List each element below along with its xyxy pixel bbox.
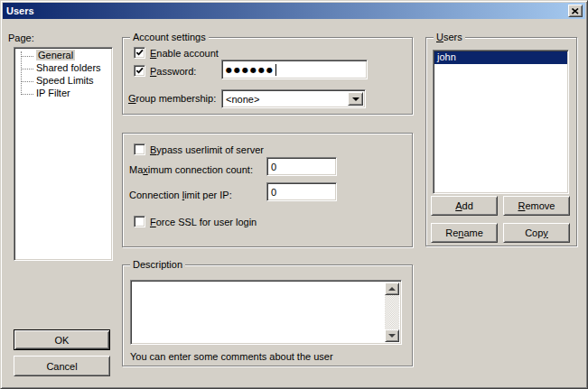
user-list-item[interactable]: john	[434, 51, 567, 64]
users-group-title: Users	[434, 32, 465, 43]
dropdown-button[interactable]	[348, 92, 363, 106]
vertical-scrollbar[interactable]	[385, 282, 399, 342]
force-ssl-checkbox[interactable]	[134, 216, 145, 227]
group-membership-label: Group membership:	[128, 93, 216, 105]
bypass-userlimit-checkbox[interactable]	[134, 144, 145, 155]
connection-limit-per-ip-input[interactable]: 0	[266, 182, 337, 201]
connection-limits-group: Bypass userlimit of server Maximum conne…	[122, 133, 413, 247]
close-icon	[572, 8, 579, 14]
password-checkbox[interactable]	[134, 65, 145, 77]
users-group: Users john Add Remove Rename Copy	[425, 37, 577, 246]
window-title: Users	[3, 5, 34, 16]
description-textarea[interactable]	[130, 280, 402, 345]
description-hint: You can enter some comments about the us…	[130, 351, 333, 363]
cancel-button[interactable]: Cancel	[14, 356, 110, 376]
account-settings-title: Account settings	[130, 32, 209, 43]
check-icon	[135, 67, 144, 75]
rename-button[interactable]: Rename	[431, 223, 498, 243]
scroll-up-button[interactable]	[385, 282, 399, 295]
titlebar[interactable]: Users	[3, 3, 585, 19]
max-connection-count-input[interactable]: 0	[266, 157, 337, 176]
group-membership-value: <none>	[226, 94, 259, 105]
sidebar-item-ip-filter[interactable]: IP Filter	[14, 88, 112, 100]
scroll-down-button[interactable]	[385, 329, 399, 342]
page-label: Page:	[8, 32, 34, 44]
max-connection-count-label: Maximum connection count:	[129, 164, 253, 176]
ok-button[interactable]: OK	[14, 329, 110, 350]
account-settings-group: Account settings Enable account Password…	[122, 37, 413, 115]
check-icon	[135, 49, 144, 57]
copy-button[interactable]: Copy	[503, 223, 570, 243]
arrow-down-icon	[388, 334, 396, 338]
chevron-down-icon	[352, 97, 359, 101]
users-dialog: Users Page: General Shared folders Speed…	[0, 0, 588, 389]
group-membership-select[interactable]: <none>	[221, 89, 366, 108]
enable-account-label[interactable]: Enable account	[150, 48, 219, 60]
description-group: Description You can enter some comments …	[122, 264, 413, 366]
scrollbar-track[interactable]	[385, 295, 399, 329]
sidebar-item-shared-folders[interactable]: Shared folders	[14, 62, 112, 75]
remove-button[interactable]: Remove	[503, 196, 570, 216]
password-label[interactable]: Password:	[150, 66, 196, 78]
sidebar-item-general[interactable]: General	[14, 50, 112, 62]
close-button[interactable]	[568, 5, 583, 17]
arrow-up-icon	[388, 287, 396, 291]
force-ssl-label[interactable]: Force SSL for user login	[150, 217, 257, 228]
password-input[interactable]: ●●●●●●	[221, 60, 368, 79]
password-masked-value: ●●●●●●	[226, 66, 275, 74]
description-title: Description	[130, 259, 185, 271]
bypass-userlimit-label[interactable]: Bypass userlimit of server	[150, 144, 264, 156]
page-tree: General Shared folders Speed Limits IP F…	[14, 47, 113, 261]
users-listbox: john	[433, 50, 569, 194]
add-button[interactable]: Add	[431, 196, 498, 216]
text-caret	[275, 64, 276, 76]
sidebar-item-speed-limits[interactable]: Speed Limits	[14, 75, 112, 88]
enable-account-checkbox[interactable]	[134, 47, 145, 59]
connection-limit-per-ip-label: Connection limit per IP:	[129, 190, 232, 201]
